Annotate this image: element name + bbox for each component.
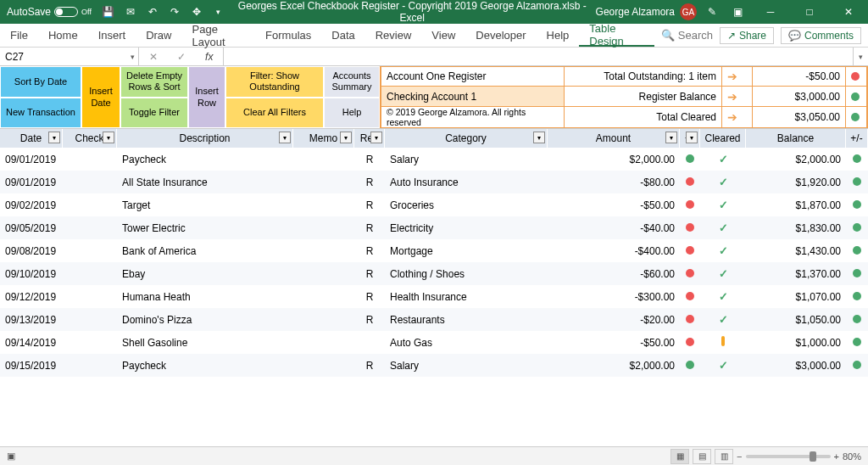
- filter-icon[interactable]: ▾: [686, 132, 698, 143]
- table-row[interactable]: 09/13/2019Domino's PizzaRRestaurants-$20…: [0, 308, 868, 331]
- ribbon-tab-draw[interactable]: Draw: [136, 24, 181, 47]
- cell-date[interactable]: 09/08/2019: [0, 245, 63, 257]
- ribbon-tab-file[interactable]: File: [0, 24, 38, 47]
- qat-dropdown-icon[interactable]: ▾: [209, 2, 229, 22]
- cell-balance[interactable]: $1,830.00: [746, 222, 846, 234]
- cell-category[interactable]: Health Insurance: [385, 291, 548, 303]
- cell-amount[interactable]: -$60.00: [548, 268, 680, 280]
- col-memo[interactable]: Memo▾: [293, 129, 354, 148]
- new-transaction-button[interactable]: New Transaction: [0, 98, 81, 129]
- cell-rec[interactable]: R: [354, 268, 385, 280]
- cell-description[interactable]: Ebay: [117, 268, 293, 280]
- table-row[interactable]: 09/01/2019PaycheckRSalary$2,000.00✓$2,00…: [0, 148, 868, 171]
- filter-icon[interactable]: ▾: [665, 132, 677, 143]
- table-row[interactable]: 09/12/2019Humana HeathRHealth Insurance-…: [0, 285, 868, 308]
- cell-category[interactable]: Groceries: [385, 199, 548, 211]
- insert-row-button[interactable]: Insert Row: [188, 66, 225, 128]
- cell-category[interactable]: Auto Gas: [385, 337, 548, 349]
- cell-balance[interactable]: $3,000.00: [746, 360, 846, 372]
- help-button[interactable]: Help: [324, 98, 380, 129]
- cell-date[interactable]: 09/12/2019: [0, 291, 63, 303]
- insert-date-button[interactable]: Insert Date: [81, 66, 120, 128]
- cancel-formula-icon[interactable]: ✕: [149, 51, 158, 63]
- cell-rec[interactable]: R: [354, 360, 385, 372]
- filter-icon[interactable]: ▾: [533, 132, 545, 143]
- share-button[interactable]: ↗ Share: [720, 27, 774, 44]
- cell-date[interactable]: 09/05/2019: [0, 222, 63, 234]
- ribbon-tab-review[interactable]: Review: [365, 24, 422, 47]
- cell-category[interactable]: Salary: [385, 154, 548, 165]
- ribbon-tab-table-design[interactable]: Table Design: [579, 24, 654, 47]
- cell-cleared[interactable]: ✓: [700, 221, 746, 234]
- cell-amount[interactable]: -$80.00: [548, 176, 680, 188]
- redo-icon[interactable]: ↷: [164, 2, 185, 22]
- accounts-summary-button[interactable]: Accounts Summary: [324, 66, 380, 98]
- zoom-in-button[interactable]: +: [834, 451, 839, 462]
- ribbon-tab-developer[interactable]: Developer: [465, 24, 536, 47]
- filter-icon[interactable]: ▾: [340, 132, 352, 143]
- pen-icon[interactable]: ✎: [702, 2, 722, 22]
- cell-description[interactable]: Humana Heath: [117, 291, 293, 303]
- cell-rec[interactable]: R: [354, 176, 385, 188]
- col-amount[interactable]: Amount▾: [548, 129, 680, 148]
- cell-amount[interactable]: $2,000.00: [548, 360, 680, 372]
- cell-category[interactable]: Electricity: [385, 222, 548, 234]
- ribbon-tab-formulas[interactable]: Formulas: [255, 24, 321, 47]
- cell-date[interactable]: 09/15/2019: [0, 360, 63, 372]
- col-cleared[interactable]: Cleared: [700, 129, 746, 148]
- save-icon[interactable]: 💾: [98, 2, 119, 22]
- cell-description[interactable]: Target: [117, 199, 293, 211]
- filter-icon[interactable]: ▾: [370, 132, 382, 143]
- cell-date[interactable]: 09/13/2019: [0, 314, 63, 326]
- table-row[interactable]: 09/08/2019Bank of AmericaRMortgage-$400.…: [0, 239, 868, 262]
- normal-view-button[interactable]: ▦: [670, 449, 689, 464]
- sort-by-date-button[interactable]: Sort By Date: [0, 66, 81, 98]
- cell-description[interactable]: Tower Electric: [117, 222, 293, 234]
- maximize-button[interactable]: □: [790, 0, 829, 24]
- ribbon-tab-view[interactable]: View: [421, 24, 465, 47]
- cell-cleared[interactable]: ✓: [700, 313, 746, 326]
- cell-amount[interactable]: -$50.00: [548, 337, 680, 349]
- col-description[interactable]: Description▾: [117, 129, 293, 148]
- table-row[interactable]: 09/05/2019Tower ElectricRElectricity-$40…: [0, 216, 868, 239]
- col-plus-minus[interactable]: +/-▾: [680, 129, 700, 148]
- cell-amount[interactable]: -$50.00: [548, 199, 680, 211]
- ribbon-display-icon[interactable]: ▣: [727, 2, 748, 22]
- table-row[interactable]: 09/02/2019TargetRGroceries-$50.00✓$1,870…: [0, 193, 868, 216]
- cell-balance[interactable]: $1,000.00: [746, 337, 846, 349]
- ribbon-tab-data[interactable]: Data: [321, 24, 364, 47]
- cell-cleared[interactable]: ✓: [700, 153, 746, 165]
- table-row[interactable]: 09/10/2019EbayRClothing / Shoes-$60.00✓$…: [0, 262, 868, 285]
- cell-description[interactable]: All State Insurance: [117, 176, 293, 188]
- cell-description[interactable]: Paycheck: [117, 360, 293, 372]
- enter-formula-icon[interactable]: ✓: [177, 51, 186, 63]
- zoom-out-button[interactable]: −: [737, 451, 742, 462]
- ribbon-tab-page-layout[interactable]: Page Layout: [182, 24, 256, 47]
- name-box[interactable]: C27: [0, 48, 139, 65]
- cell-category[interactable]: Mortgage: [385, 245, 548, 257]
- cell-cleared[interactable]: ✓: [700, 267, 746, 280]
- avatar[interactable]: GA: [680, 3, 697, 20]
- cell-description[interactable]: Bank of America: [117, 245, 293, 257]
- cell-cleared[interactable]: ✓: [700, 199, 746, 211]
- col-check[interactable]: Check▾: [63, 129, 117, 148]
- table-body[interactable]: 09/01/2019PaycheckRSalary$2,000.00✓$2,00…: [0, 148, 868, 446]
- cell-date[interactable]: 09/02/2019: [0, 199, 63, 211]
- page-break-view-button[interactable]: ▥: [715, 449, 733, 464]
- user-area[interactable]: George Alzamora GA ✎ ▣: [596, 2, 751, 22]
- cell-amount[interactable]: -$40.00: [548, 222, 680, 234]
- cell-balance[interactable]: $2,000.00: [746, 154, 846, 165]
- cell-rec[interactable]: R: [354, 314, 385, 326]
- filter-icon[interactable]: ▾: [48, 132, 60, 143]
- cell-description[interactable]: Domino's Pizza: [117, 314, 293, 326]
- cell-rec[interactable]: R: [354, 154, 385, 165]
- fx-icon[interactable]: fx: [205, 51, 213, 63]
- cell-date[interactable]: 09/10/2019: [0, 268, 63, 280]
- autosave-toggle[interactable]: AutoSave Off: [0, 6, 98, 18]
- col-rec[interactable]: Rec▾: [354, 129, 385, 148]
- cell-balance[interactable]: $1,050.00: [746, 314, 846, 326]
- col-plus-minus-2[interactable]: +/-: [846, 129, 868, 148]
- delete-empty-rows-button[interactable]: Delete Empty Rows & Sort: [120, 66, 188, 98]
- cell-description[interactable]: Shell Gasoline: [117, 337, 293, 349]
- zoom-level[interactable]: 80%: [843, 451, 861, 462]
